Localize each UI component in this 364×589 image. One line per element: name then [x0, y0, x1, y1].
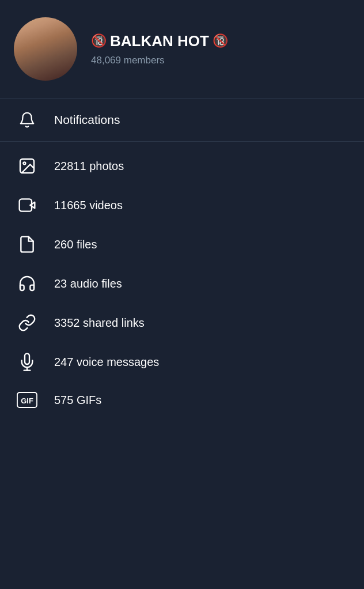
mic-icon [16, 353, 38, 371]
channel-title: BALKAN HOT [110, 32, 209, 50]
notifications-row[interactable]: Notifications [0, 99, 364, 141]
notifications-label: Notifications [54, 113, 120, 127]
photos-label: 22811 photos [54, 160, 124, 173]
files-row[interactable]: 260 files [0, 225, 364, 264]
profile-section: 🔞 BALKAN HOT 🔞 48,069 members [0, 0, 364, 98]
age-badge-right: 🔞 [213, 33, 228, 48]
photos-row[interactable]: 22811 photos [0, 146, 364, 186]
profile-info: 🔞 BALKAN HOT 🔞 48,069 members [91, 32, 228, 66]
svg-point-1 [23, 162, 25, 164]
photo-icon [16, 157, 38, 175]
voice-label: 247 voice messages [54, 356, 159, 369]
video-icon [16, 196, 38, 214]
profile-name: 🔞 BALKAN HOT 🔞 [91, 32, 228, 50]
videos-label: 11665 videos [54, 199, 123, 212]
age-badge-left: 🔞 [91, 33, 107, 48]
gif-icon: GIF [16, 392, 38, 408]
svg-text:GIF: GIF [21, 397, 33, 405]
links-row[interactable]: 3352 shared links [0, 303, 364, 342]
audio-icon [16, 274, 38, 293]
links-label: 3352 shared links [54, 316, 145, 330]
files-label: 260 files [54, 238, 97, 251]
videos-row[interactable]: 11665 videos [0, 186, 364, 225]
gifs-row[interactable]: GIF 575 GIFs [0, 382, 364, 418]
bell-icon [16, 111, 38, 129]
avatar [14, 17, 77, 81]
media-section: 22811 photos 11665 videos 260 files [0, 142, 364, 423]
link-icon [16, 314, 38, 332]
voice-row[interactable]: 247 voice messages [0, 342, 364, 382]
gifs-label: 575 GIFs [54, 394, 101, 407]
audio-row[interactable]: 23 audio files [0, 264, 364, 303]
audio-label: 23 audio files [54, 277, 122, 290]
members-count: 48,069 members [91, 55, 228, 66]
file-icon [16, 235, 38, 254]
